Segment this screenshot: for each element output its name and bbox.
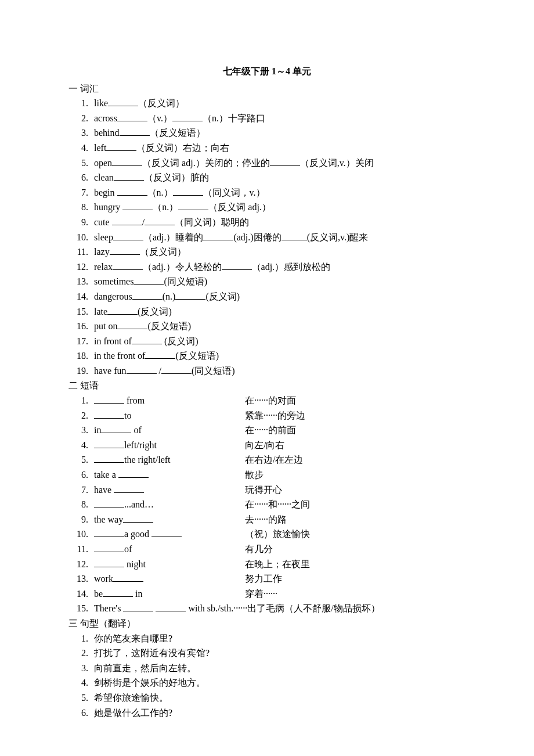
item-number: 4. — [68, 438, 94, 453]
phrase-item: 1. from在······的对面 — [68, 393, 466, 408]
blank — [110, 246, 140, 255]
phrase-item: 4.left/right向左/向右 — [68, 438, 466, 453]
item-body: left/right向左/向右 — [94, 438, 466, 453]
phrase-item: 8....and…在······和······之间 — [68, 497, 466, 512]
vocab-item: 1.like（反义词） — [68, 96, 466, 111]
item-number: 1. — [68, 631, 94, 646]
vocab-item: 4.left（反义词）右边；向右 — [68, 141, 466, 156]
blank — [113, 573, 143, 582]
item-body: relax（adj.）令人轻松的（adj.）感到放松的 — [94, 260, 466, 275]
blank — [145, 217, 175, 225]
item-body: be in穿着······ — [94, 586, 466, 602]
item-number: 5. — [68, 690, 94, 705]
blank — [117, 321, 147, 329]
blank — [107, 305, 138, 314]
vocab-item: 19.have fun /(同义短语) — [68, 363, 466, 379]
item-body: 向前直走，然后向左转。 — [94, 661, 466, 676]
item-body: have 玩得开心 — [94, 483, 466, 498]
phrase-left: a good — [94, 527, 245, 542]
item-number: 6. — [68, 467, 94, 483]
item-number: 18. — [68, 348, 94, 363]
blank — [94, 409, 124, 418]
item-number: 2. — [68, 646, 94, 661]
item-body: 你的笔友来自哪里? — [94, 631, 466, 646]
blank — [132, 335, 162, 344]
item-number: 1. — [68, 393, 94, 408]
blank — [113, 231, 143, 240]
item-number: 14. — [68, 289, 94, 304]
item-body: sleep（adj.）睡着的(adj.)困倦的(反义词,v.)醒来 — [94, 230, 466, 245]
blank — [203, 231, 233, 240]
vocab-item: 2.across（v.）（n.）十字路口 — [68, 111, 466, 126]
sentence-item: 5.希望你旅途愉快。 — [68, 690, 466, 705]
item-number: 11. — [68, 244, 94, 260]
item-number: 9. — [68, 215, 94, 230]
item-number: 1. — [68, 96, 94, 111]
blank — [114, 484, 144, 492]
blank — [112, 217, 142, 225]
blank — [103, 588, 133, 596]
phrase-right: 在······的对面 — [245, 393, 466, 408]
item-number: 4. — [68, 141, 94, 156]
item-number: 2. — [68, 111, 94, 126]
item-body: behind（反义短语） — [94, 125, 466, 141]
phrase-right: 玩得开心 — [245, 483, 466, 498]
phrase-item: 9.the way去······的路 — [68, 512, 466, 527]
blank — [178, 201, 208, 210]
phrase-left: of — [94, 542, 245, 557]
item-number: 8. — [68, 200, 94, 215]
vocab-item: 12.relax（adj.）令人轻松的（adj.）感到放松的 — [68, 260, 466, 275]
item-number: 10. — [68, 527, 94, 542]
item-number: 4. — [68, 675, 94, 690]
vocab-item: 11.lazy（反义词） — [68, 244, 466, 260]
phrase-left: be in — [94, 586, 245, 602]
blank — [145, 350, 175, 359]
item-body: There's with sb./sth. ······出了毛病（人不舒服/物品… — [94, 601, 466, 616]
item-number: 13. — [68, 571, 94, 586]
item-number: 14. — [68, 586, 94, 602]
item-body: of有几分 — [94, 542, 466, 557]
phrase-left: take a — [94, 467, 245, 483]
item-body: dangerous(n.)(反义词) — [94, 289, 466, 304]
item-body: work努力工作 — [94, 571, 466, 586]
phrase-right: （祝）旅途愉快 — [245, 527, 466, 542]
phrase-right: 在······的前面 — [245, 423, 466, 438]
blank — [101, 424, 131, 433]
item-body: lazy（反义词） — [94, 244, 466, 260]
sentence-item: 6.她是做什么工作的? — [68, 705, 466, 721]
phrase-item: 13.work努力工作 — [68, 571, 466, 586]
item-number: 10. — [68, 230, 94, 245]
item-number: 6. — [68, 170, 94, 185]
item-body: sometimes(同义短语) — [94, 274, 466, 289]
phrase-left: work — [94, 571, 245, 586]
item-body: from在······的对面 — [94, 393, 466, 408]
vocab-item: 18.in the front of(反义短语) — [68, 348, 466, 363]
blank — [134, 276, 164, 285]
phrase-left: There's with sb./sth. — [94, 601, 233, 616]
item-number: 3. — [68, 423, 94, 438]
blank — [270, 157, 300, 165]
phrase-item: 11.of有几分 — [68, 542, 466, 557]
vocab-item: 3.behind（反义短语） — [68, 125, 466, 141]
phrase-right: 努力工作 — [245, 571, 466, 586]
phrase-left: in of — [94, 423, 245, 438]
section-sentences-head: 三 句型（翻译） — [68, 616, 466, 631]
sentence-item: 1.你的笔友来自哪里? — [68, 631, 466, 646]
item-body: in the front of(反义短语) — [94, 348, 466, 363]
phrase-left: the way — [94, 512, 245, 527]
blank — [117, 112, 147, 121]
phrase-right: ······出了毛病（人不舒服/物品损坏） — [233, 601, 380, 616]
blank — [94, 558, 124, 567]
item-body: 打扰了，这附近有没有宾馆? — [94, 646, 466, 661]
item-number: 19. — [68, 363, 94, 379]
item-number: 3. — [68, 661, 94, 676]
sentence-list: 1.你的笔友来自哪里?2.打扰了，这附近有没有宾馆?3.向前直走，然后向左转。4… — [68, 631, 466, 721]
item-number: 3. — [68, 125, 94, 141]
phrase-item: 10.a good （祝）旅途愉快 — [68, 527, 466, 542]
phrase-item: 14.be in穿着······ — [68, 586, 466, 602]
item-number: 13. — [68, 274, 94, 289]
phrase-left: from — [94, 393, 245, 408]
item-body: left（反义词）右边；向右 — [94, 141, 466, 156]
item-number: 11. — [68, 542, 94, 557]
blank — [173, 186, 203, 195]
